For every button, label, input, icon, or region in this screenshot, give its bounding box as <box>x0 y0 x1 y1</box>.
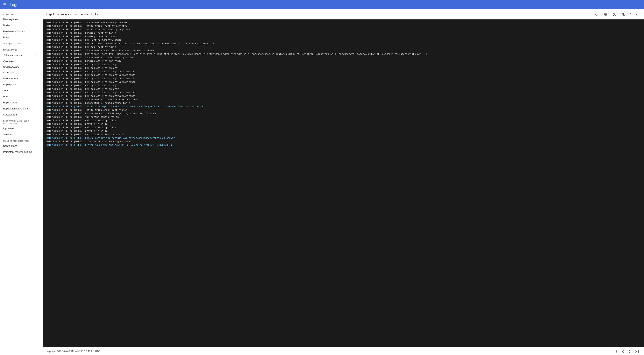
log-line: 2018/03/23 20:48:49 [DEBUG] validate loc… <box>46 126 641 129</box>
log-line: 2018/03/23 20:48:49 [DEBUG] profile is v… <box>46 122 641 126</box>
log-line: 2018/03/23 20:48:49 [DEBUG] Loading affi… <box>46 59 641 63</box>
sidebar-item-overview[interactable]: Overview <box>0 58 42 64</box>
sidebar-item-persistent-volumes[interactable]: Persistent Volumes <box>0 28 42 34</box>
download-button[interactable] <box>634 11 641 17</box>
log-nav-controls: ❘❮ ❮ ❯ ❯❘ <box>612 349 641 354</box>
sidebar-item-jobs[interactable]: Jobs <box>0 87 42 93</box>
sidebar-item-nodes[interactable]: Nodes <box>0 22 42 28</box>
log-source-prefix: Logs from <box>46 13 60 16</box>
log-line: 2018/03/23 20:48:49 [DEBUG] Initializing… <box>46 108 641 112</box>
log-prev-button[interactable]: ❮ <box>621 349 626 354</box>
timestamp-toggle-button[interactable] <box>611 11 618 17</box>
log-line: 2018/03/23 20:48:49 [DEBUG] Adding affil… <box>46 70 641 73</box>
log-time-range: Logs from 3/23/18 8:48 PM to 3/23/18 8:4… <box>46 350 100 353</box>
sidebar-item-label: Stateful Sets <box>3 113 18 116</box>
overview-label: Overview <box>3 60 14 63</box>
wrap-text-button[interactable] <box>602 11 609 17</box>
topbar: ☰ Logs <box>0 0 644 9</box>
log-line: 2018/03/23 20:48:49 [DEBUG] Successfully… <box>46 101 641 105</box>
log-line: 2018/03/23 20:48:49 [DEBUG] DB: Add iden… <box>46 45 641 49</box>
log-line: 2018/03/23 20:48:49 [DEBUG] Initializing… <box>46 24 641 28</box>
log-header: Logs from test-ca ▾ in test-ca-kffw9 ▾ <box>43 9 644 19</box>
log-line: 2018/03/23 20:48:49 [DEBUG] No key found… <box>46 112 641 115</box>
log-line: 2018/03/23 20:48:49 [DEBUG] Successfully… <box>46 49 641 52</box>
log-line: 2018/03/23 20:48:49 [DEBUG] Successfully… <box>46 56 641 59</box>
sidebar-item-cron-jobs[interactable]: Cron Jobs <box>0 69 42 75</box>
topbar-title: Logs <box>10 2 18 7</box>
log-output[interactable]: 2018/03/23 20:48:49 [DEBUG] Successfully… <box>43 19 644 347</box>
sidebar-item-services[interactable]: Services <box>0 131 42 137</box>
container-chevron-icon: ▾ <box>97 13 98 16</box>
menu-icon[interactable]: ☰ <box>3 2 6 7</box>
wrap-text-icon <box>604 12 608 16</box>
namespace-section-title: Namespace <box>0 46 42 52</box>
log-last-button[interactable]: ❯❘ <box>634 349 641 354</box>
log-line: 2018/03/23 20:48:49 [DEBUG] 1 CA instanc… <box>46 140 641 143</box>
text-size-button[interactable]: A A <box>593 11 600 17</box>
log-line: 2018/03/23 20:48:49 [DEBUG] Adding affil… <box>46 91 641 94</box>
namespace-selector[interactable]: All namespaces ▾ <box>0 52 42 58</box>
sidebar: Cluster Namespaces Nodes Persistent Volu… <box>0 9 43 355</box>
cluster-section-title: Cluster <box>0 11 42 16</box>
log-line: 2018/03/23 20:48:49 [DEBUG] Max enrollme… <box>46 42 641 45</box>
sidebar-item-label: Jobs <box>3 89 8 92</box>
sidebar-item-label: Replication Controllers <box>3 107 28 110</box>
sidebar-item-label: Ingresses <box>3 127 14 130</box>
svg-text:A: A <box>595 13 597 16</box>
config-section-title: Config and Storage <box>0 137 42 143</box>
sidebar-item-label: Deployments <box>3 83 18 86</box>
sidebar-item-label: Nodes <box>3 24 10 27</box>
sidebar-item-replica-sets[interactable]: Replica Sets <box>0 99 42 106</box>
sidebar-item-label: Persistent Volumes <box>3 30 25 33</box>
log-line: 2018/03/23 20:48:49 [DEBUG] DB: Add affi… <box>46 87 641 91</box>
log-line: 2018/03/23 20:48:49 [DEBUG] DB: Getting … <box>46 38 641 42</box>
log-line: 2018/03/23 20:48:49 [DEBUG] Adding affil… <box>46 84 641 87</box>
sidebar-item-config-maps[interactable]: Config Maps <box>0 143 42 149</box>
scroll-icon <box>622 12 626 16</box>
log-line: 2018/03/23 20:48:49 [DEBUG] Successfully… <box>46 98 641 101</box>
sidebar-item-label: Pods <box>3 95 9 98</box>
sidebar-item-pvc[interactable]: Persistent Volume Claims <box>0 149 42 155</box>
sidebar-item-label: Daemon Sets <box>3 77 18 80</box>
sidebar-item-replication-controllers[interactable]: Replication Controllers <box>0 106 42 112</box>
log-source-selector: Logs from test-ca ▾ <box>46 13 72 16</box>
log-line: 2018/03/23 20:48:49 [DEBUG] Adding affil… <box>46 77 641 80</box>
namespace-select[interactable]: All namespaces <box>3 53 38 57</box>
svg-line-3 <box>613 13 616 16</box>
sidebar-item-roles[interactable]: Roles <box>0 34 42 40</box>
sidebar-item-deployments[interactable]: Deployments <box>0 81 42 87</box>
log-line: 2018/03/23 20:48:49 [DEBUG] Loading iden… <box>46 31 641 35</box>
sidebar-item-label: Storage Classes <box>3 42 22 45</box>
log-source-select[interactable]: test-ca <box>60 13 70 16</box>
sidebar-item-pods[interactable]: Pods <box>0 93 42 99</box>
log-footer: Logs from 3/23/18 8:48 PM to 3/23/18 8:4… <box>43 347 644 355</box>
log-line: 2018/03/23 20:48:49 [DEBUG] validate loc… <box>46 119 641 122</box>
sidebar-item-daemon-sets[interactable]: Daemon Sets <box>0 75 42 81</box>
text-size-icon: A A <box>594 12 599 16</box>
log-line: 2018/03/23 20:48:49 [INFO] Listening on … <box>46 143 641 147</box>
log-line: 2018/03/23 20:48:49 [DEBUG] DB: Add affi… <box>46 66 641 70</box>
log-toolbar: A A <box>593 11 641 17</box>
chevron-down-icon: ▾ <box>38 54 40 56</box>
log-line: 2018/03/23 20:48:49 [DEBUG] DB: Add affi… <box>46 94 641 98</box>
sidebar-item-namespaces[interactable]: Namespaces <box>0 16 42 22</box>
log-line: 2018/03/23 20:48:49 [DEBUG] Initialized … <box>46 28 641 31</box>
log-in-label: in <box>74 13 77 16</box>
workloads-section-title: Workloads <box>0 64 42 69</box>
log-line: 2018/03/23 20:48:49 [DEBUG] Successfully… <box>46 21 641 24</box>
sidebar-item-label: Namespaces <box>3 18 18 21</box>
sidebar-item-label: Replica Sets <box>3 101 17 104</box>
svg-text:A: A <box>597 14 598 16</box>
sidebar-item-storage-classes[interactable]: Storage Classes <box>0 40 42 46</box>
scroll-toggle-button[interactable] <box>620 11 627 17</box>
sidebar-item-label: Roles <box>3 36 10 39</box>
sidebar-item-stateful-sets[interactable]: Stateful Sets <box>0 112 42 118</box>
log-container-select[interactable]: test-ca-kffw9 <box>80 13 96 16</box>
sidebar-item-ingresses[interactable]: Ingresses <box>0 125 42 131</box>
log-line: 2018/03/23 20:48:49 [DEBUG] Registered i… <box>46 52 641 56</box>
log-next-button[interactable]: ❯ <box>627 349 632 354</box>
log-first-button[interactable]: ❘❮ <box>612 349 619 354</box>
log-line: 2018/03/23 20:48:49 [DEBUG] DB: Add affi… <box>46 80 641 84</box>
log-container: Logs from test-ca ▾ in test-ca-kffw9 ▾ <box>43 9 644 355</box>
log-line: 2018/03/23 20:48:49 [DEBUG] Adding affil… <box>46 63 641 66</box>
